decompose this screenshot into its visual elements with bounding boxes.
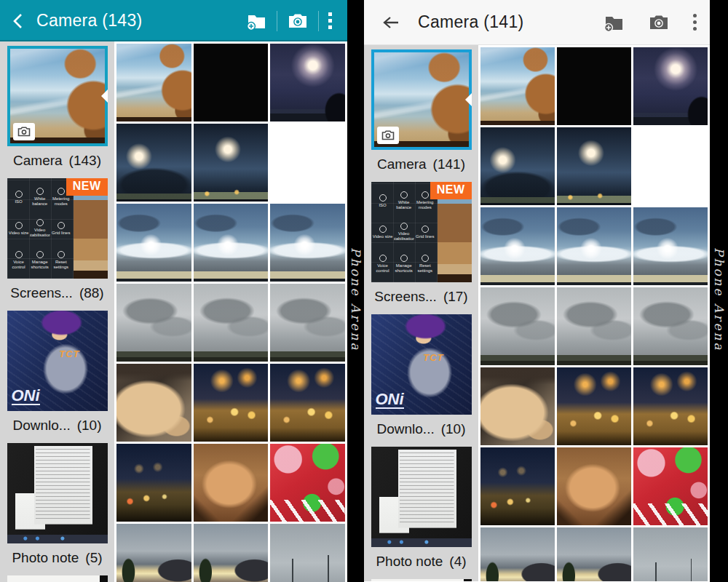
album-name: Camera — [13, 153, 63, 169]
settings-tile: Grid lines — [51, 213, 71, 244]
photo-thumbnail[interactable] — [480, 447, 555, 525]
album-thumbnail[interactable] — [371, 49, 472, 150]
album-thumbnail[interactable] — [371, 579, 472, 581]
photo-thumbnail[interactable] — [194, 284, 269, 362]
overflow-menu-button[interactable] — [319, 12, 341, 29]
photo-thumbnail[interactable] — [480, 367, 555, 445]
album-thumbnail[interactable]: NEWISOWhite balanceMetering modesVideo s… — [7, 178, 108, 279]
photo-thumbnail[interactable] — [557, 207, 631, 285]
album-label: Photo note(5) — [7, 550, 108, 566]
photo-thumbnail[interactable] — [194, 444, 269, 522]
photo-thumbnail[interactable] — [116, 44, 191, 121]
settings-tile: Voice control — [373, 249, 393, 279]
photo-thumbnail[interactable] — [633, 207, 708, 285]
settings-tile: Manage shortcuts — [30, 245, 50, 276]
settings-tile: White balance — [30, 182, 50, 212]
photo-thumbnail[interactable] — [633, 527, 708, 581]
settings-tile: Reset settings — [415, 249, 435, 279]
camera-button[interactable] — [277, 12, 318, 30]
photo-thumbnail[interactable] — [480, 127, 555, 205]
photo-thumbnail[interactable] — [270, 284, 345, 362]
album-item[interactable]: Photo note(5) — [7, 443, 108, 566]
settings-tile: ISO — [9, 182, 29, 212]
back-chevron-icon — [10, 11, 26, 31]
photo-thumbnail[interactable] — [270, 524, 345, 582]
camera-button[interactable] — [648, 14, 670, 31]
app-bar: Camera (143) — [0, 0, 347, 41]
settings-tile: Video size — [9, 213, 29, 244]
photo-thumbnail[interactable] — [270, 364, 345, 442]
photo-thumbnail[interactable] — [633, 287, 708, 365]
album-count: (17) — [443, 289, 468, 305]
photo-thumbnail[interactable] — [480, 47, 555, 125]
photo-thumbnail[interactable] — [557, 287, 631, 365]
album-item[interactable]: Photo note(4) — [371, 447, 472, 570]
gallery-panel-left: Camera (143) Camera(143) — [0, 0, 347, 582]
overflow-menu-icon — [328, 12, 332, 29]
watermark-text: Phone Arena — [349, 0, 363, 582]
add-album-button[interactable] — [236, 12, 277, 31]
album-thumbnail[interactable] — [371, 447, 472, 547]
album-thumbnail[interactable] — [7, 46, 108, 146]
album-item[interactable]: ONiTCTDownlo...(10) — [371, 314, 472, 437]
album-thumbnail[interactable]: ONiTCT — [7, 311, 108, 411]
photo-thumbnail[interactable] — [633, 367, 708, 445]
photo-thumbnail[interactable] — [633, 47, 708, 125]
photo-thumbnail[interactable] — [557, 127, 631, 205]
photo-thumbnail[interactable] — [557, 367, 631, 445]
album-thumbnail[interactable] — [7, 575, 108, 582]
photo-thumbnail[interactable] — [194, 364, 269, 442]
photo-thumbnail[interactable] — [480, 527, 555, 581]
album-thumbnail[interactable]: NEWISOWhite balanceMetering modesVideo s… — [371, 182, 472, 282]
album-item[interactable]: ONiTCTDownlo...(10) — [7, 311, 108, 434]
photo-thumbnail[interactable] — [194, 524, 269, 582]
photo-thumbnail[interactable] — [116, 524, 191, 582]
settings-tile: Grid lines — [415, 217, 435, 247]
album-item[interactable] — [7, 575, 108, 582]
back-button[interactable] — [6, 7, 31, 36]
photo-thumbnail[interactable] — [557, 447, 631, 525]
photo-thumbnail[interactable] — [194, 204, 269, 282]
photo-thumbnail[interactable] — [116, 124, 191, 202]
camera-icon — [287, 12, 309, 30]
photo-thumbnail[interactable] — [557, 527, 631, 581]
photo-thumbnail[interactable] — [633, 127, 708, 205]
photo-thumbnail[interactable] — [480, 207, 555, 285]
album-thumbnail[interactable]: ONiTCT — [371, 314, 472, 415]
photo-thumbnail[interactable] — [116, 444, 191, 522]
photo-thumbnail[interactable] — [270, 444, 345, 522]
album-item[interactable]: Camera(143) — [7, 46, 108, 169]
overflow-menu-button[interactable] — [693, 14, 697, 31]
selected-caret — [101, 89, 108, 103]
album-title: Camera (141) — [418, 12, 524, 32]
photo-thumbnail[interactable] — [194, 44, 269, 121]
photo-thumbnail[interactable] — [480, 287, 555, 365]
album-name: Downlo... — [377, 421, 435, 437]
album-item[interactable] — [371, 579, 472, 581]
add-album-button[interactable] — [603, 13, 625, 32]
settings-tile: Voice control — [9, 245, 29, 276]
album-item[interactable]: Camera(141) — [371, 49, 472, 172]
album-name: Photo note — [12, 550, 79, 566]
album-count: (4) — [449, 554, 466, 570]
album-count: (143) — [69, 153, 101, 169]
new-badge: NEW — [66, 178, 108, 196]
photo-thumbnail[interactable] — [270, 204, 345, 282]
album-item[interactable]: NEWISOWhite balanceMetering modesVideo s… — [7, 178, 108, 301]
photo-thumbnail[interactable] — [633, 447, 708, 525]
photo-thumbnail[interactable] — [116, 284, 191, 362]
photo-thumbnail[interactable] — [557, 47, 631, 125]
photo-thumbnail[interactable] — [270, 44, 345, 121]
album-item[interactable]: NEWISOWhite balanceMetering modesVideo s… — [371, 182, 472, 305]
photo-thumbnail[interactable] — [194, 124, 269, 202]
album-label: Screens...(88) — [7, 285, 108, 301]
back-button[interactable] — [379, 8, 403, 37]
album-name: Downlo... — [13, 418, 71, 434]
album-count: (5) — [85, 550, 102, 566]
album-name: Photo note — [376, 554, 443, 570]
photo-thumbnail[interactable] — [116, 364, 191, 442]
photo-thumbnail[interactable] — [116, 204, 191, 282]
photo-thumbnail[interactable] — [270, 124, 345, 202]
overflow-menu-icon — [693, 14, 697, 31]
album-thumbnail[interactable] — [7, 443, 108, 543]
